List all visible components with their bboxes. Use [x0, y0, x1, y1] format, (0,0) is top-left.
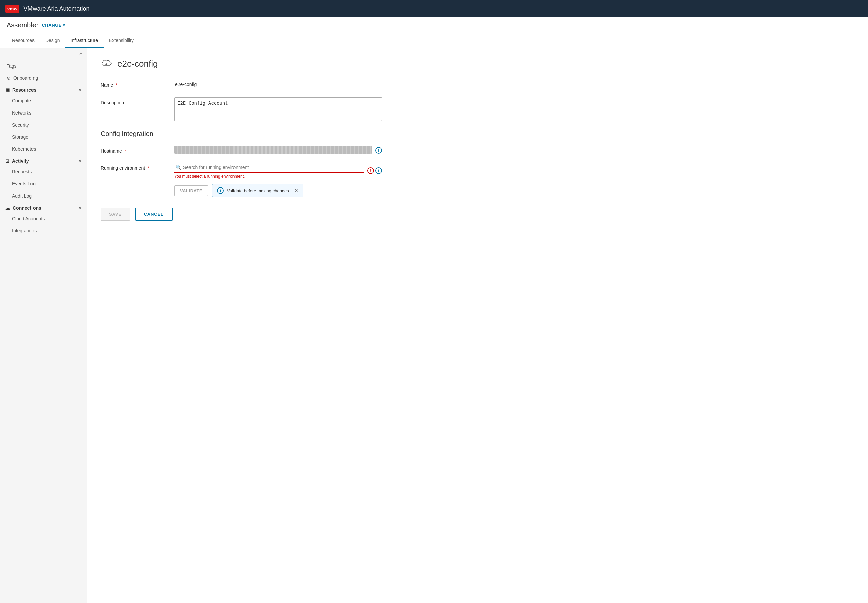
- resources-section-label: Resources: [12, 87, 37, 93]
- cloud-accounts-label: Cloud Accounts: [12, 216, 45, 221]
- sidebar-section-connections[interactable]: ☁ Connections ∨: [0, 202, 87, 213]
- hostname-form-group: Hostname * i: [101, 145, 402, 155]
- running-env-form-group: Running environment * 🔍 You must select …: [101, 163, 402, 197]
- onboarding-icon: ⊙: [7, 75, 11, 81]
- audit-log-label: Audit Log: [12, 193, 32, 199]
- sidebar-item-storage[interactable]: Storage: [0, 131, 87, 143]
- running-env-error-icon[interactable]: !: [367, 167, 374, 174]
- sidebar-item-kubernetes[interactable]: Kubernetes: [0, 143, 87, 155]
- tags-label: Tags: [7, 63, 17, 69]
- assembler-name: Assembler: [7, 22, 38, 29]
- security-label: Security: [12, 122, 29, 128]
- config-integration-heading: Config Integration: [101, 130, 855, 138]
- onboarding-label: Onboarding: [13, 75, 38, 81]
- events-log-label: Events Log: [12, 181, 36, 187]
- name-label: Name *: [101, 80, 174, 88]
- description-form-group: Description E2E Config Account: [101, 97, 402, 122]
- tab-infrastructure[interactable]: Infrastructure: [65, 34, 104, 48]
- requests-label: Requests: [12, 169, 32, 175]
- tab-extensibility[interactable]: Extensibility: [104, 34, 139, 48]
- validate-info-icon: i: [217, 187, 224, 194]
- kubernetes-label: Kubernetes: [12, 146, 36, 152]
- description-control-wrap: E2E Config Account: [174, 97, 382, 122]
- storage-label: Storage: [12, 134, 28, 140]
- running-env-search-wrap: 🔍: [174, 163, 364, 173]
- activity-section-label: Activity: [12, 158, 29, 164]
- main-layout: « Tags ⊙ Onboarding ▣ Resources ∨ Comput…: [0, 48, 868, 603]
- topbar: vmw VMware Aria Automation: [0, 0, 868, 17]
- name-input[interactable]: [174, 80, 382, 90]
- sidebar-item-compute[interactable]: Compute: [0, 95, 87, 107]
- app-header: Assembler CHANGE ∨: [0, 17, 868, 34]
- compute-label: Compute: [12, 98, 31, 104]
- sidebar-item-networks[interactable]: Networks: [0, 107, 87, 119]
- search-icon: 🔍: [175, 165, 181, 170]
- running-env-control-wrap: 🔍 You must select a running environment.…: [174, 163, 382, 197]
- description-label: Description: [101, 97, 174, 105]
- validate-info-text: Validate before making changes.: [227, 188, 290, 193]
- page-title: e2e-config: [117, 59, 158, 69]
- connections-section-icon: ☁: [5, 205, 10, 210]
- collapse-button[interactable]: «: [0, 48, 87, 60]
- vmw-logo: vmw: [5, 5, 19, 13]
- tab-nav: Resources Design Infrastructure Extensib…: [0, 34, 868, 48]
- running-env-error-message: You must select a running environment.: [174, 174, 364, 179]
- cancel-button[interactable]: CANCEL: [135, 207, 172, 221]
- running-env-required-star: *: [147, 165, 149, 171]
- validate-area: VALIDATE i Validate before making change…: [174, 184, 382, 197]
- hostname-blurred-value: [174, 145, 372, 154]
- connections-section-label: Connections: [13, 205, 41, 210]
- sidebar: « Tags ⊙ Onboarding ▣ Resources ∨ Comput…: [0, 48, 87, 603]
- page-header: e2e-config: [101, 57, 855, 70]
- hostname-required-star: *: [124, 148, 126, 154]
- resources-chevron-icon: ∨: [79, 88, 81, 93]
- sidebar-item-integrations[interactable]: Integrations: [0, 225, 87, 237]
- activity-chevron-icon: ∨: [79, 159, 81, 163]
- name-form-group: Name *: [101, 80, 402, 90]
- name-control-wrap: [174, 80, 382, 90]
- tab-resources[interactable]: Resources: [7, 34, 40, 48]
- running-env-label: Running environment *: [101, 163, 174, 171]
- sidebar-item-onboarding[interactable]: ⊙ Onboarding: [0, 72, 87, 84]
- cloud-sync-icon: [101, 57, 113, 70]
- connections-chevron-icon: ∨: [79, 206, 81, 210]
- collapse-icon: «: [79, 51, 82, 57]
- networks-label: Networks: [12, 110, 31, 116]
- running-env-info-icon[interactable]: i: [375, 167, 382, 174]
- action-buttons: SAVE CANCEL: [101, 207, 855, 221]
- sidebar-section-resources[interactable]: ▣ Resources ∨: [0, 84, 87, 95]
- hostname-control-wrap: i: [174, 145, 382, 155]
- sidebar-section-activity[interactable]: ⊡ Activity ∨: [0, 155, 87, 166]
- sidebar-item-requests[interactable]: Requests: [0, 166, 87, 178]
- activity-section-icon: ⊡: [5, 158, 9, 164]
- save-button[interactable]: SAVE: [101, 207, 130, 221]
- hostname-info-icon[interactable]: i: [375, 147, 382, 154]
- tab-design[interactable]: Design: [40, 34, 65, 48]
- sidebar-item-security[interactable]: Security: [0, 119, 87, 131]
- validate-info-box: i Validate before making changes. ×: [212, 184, 303, 197]
- name-required-star: *: [115, 82, 117, 88]
- validate-close-icon[interactable]: ×: [295, 187, 298, 193]
- integrations-label: Integrations: [12, 228, 37, 233]
- chevron-down-icon: ∨: [63, 23, 65, 27]
- description-textarea[interactable]: E2E Config Account: [174, 97, 382, 121]
- sidebar-item-cloud-accounts[interactable]: Cloud Accounts: [0, 213, 87, 225]
- resources-section-icon: ▣: [5, 87, 10, 93]
- running-env-search-input[interactable]: [174, 163, 364, 172]
- sidebar-item-audit-log[interactable]: Audit Log: [0, 190, 87, 202]
- hostname-label: Hostname *: [101, 145, 174, 154]
- validate-button[interactable]: VALIDATE: [174, 186, 208, 196]
- sidebar-item-events-log[interactable]: Events Log: [0, 178, 87, 190]
- sidebar-item-tags[interactable]: Tags: [0, 60, 87, 72]
- change-button[interactable]: CHANGE ∨: [42, 23, 65, 28]
- content-area: e2e-config Name * Description E2E Config…: [87, 48, 868, 603]
- app-title: VMware Aria Automation: [23, 5, 90, 12]
